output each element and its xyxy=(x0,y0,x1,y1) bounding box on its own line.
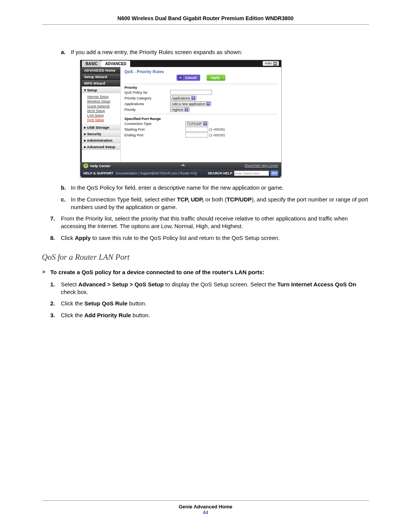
priority-select[interactable]: Highest xyxy=(170,107,190,112)
sidebar-lan-setup[interactable]: LAN Setup xyxy=(87,113,120,118)
proc-2: 2. Click the Setup QoS Rule button. xyxy=(50,300,369,307)
sidebar-wps-wizard[interactable]: WPS Wizard xyxy=(82,80,120,86)
task-text: To create a QoS policy for a device conn… xyxy=(50,269,264,275)
page-footer: Genie Advanced Home 44 xyxy=(42,500,369,515)
screenshot: BASIC ADVANCED Auto ADVANCED Home Setup … xyxy=(80,60,282,178)
show-hide-help[interactable]: Show/Hide Help Center xyxy=(244,164,278,168)
step-8: 8. Click Apply to save this rule to the … xyxy=(50,234,369,242)
connection-type-select[interactable]: TCP/UDP xyxy=(185,121,208,126)
task-arrow-icon: ➤ xyxy=(42,269,50,275)
step-b-text: In the QoS Policy for field, enter a des… xyxy=(71,184,284,192)
support-bar: HELP & SUPPORT Documentation | Support@N… xyxy=(80,169,281,177)
action-row: ✕ Cancel Apply xyxy=(124,75,277,81)
step-a-text: If you add a new entry, the Priority Rul… xyxy=(71,48,242,56)
close-icon: ✕ xyxy=(178,76,183,80)
step-b: b. In the QoS Policy for field, enter a … xyxy=(61,184,369,192)
sidebar-advanced-setup[interactable]: ▸ Advanced Setup xyxy=(82,143,120,150)
help-support-label: HELP & SUPPORT xyxy=(83,171,113,175)
priority-category-select[interactable]: Applications xyxy=(170,96,196,101)
chevron-down-icon xyxy=(273,62,277,66)
starting-port-hint: (1~65535) xyxy=(209,128,225,131)
sidebar-advanced-home[interactable]: ADVANCED Home xyxy=(82,67,120,73)
specified-port-range-heading: Specified Port Range xyxy=(124,114,277,121)
panel-title: QoS - Priority Rules xyxy=(124,69,277,74)
doc-header: N600 Wireless Dual Band Gigabit Router P… xyxy=(42,15,369,21)
step-b-letter: b. xyxy=(61,184,71,192)
sidebar-wireless-setup[interactable]: Wireless Setup xyxy=(87,99,120,104)
step-c-letter: c. xyxy=(61,196,71,211)
priority-heading: Priority xyxy=(124,85,277,89)
support-links[interactable]: Documentation | Support@NETGEAR.com | Ro… xyxy=(116,171,197,175)
sidebar-setup-children: Internet Setup Wireless Setup Guest Netw… xyxy=(82,93,120,124)
step-7-text: From the Priority list, select the prior… xyxy=(61,215,369,230)
footer-page: 44 xyxy=(42,510,369,515)
priority-label: Priority xyxy=(124,107,170,112)
priority-category-value: Applications xyxy=(172,96,190,100)
step-c: c. In the Connection Type field, select … xyxy=(61,196,369,211)
step-8-text: Click Apply to save this rule to the QoS… xyxy=(61,234,280,242)
tab-advanced[interactable]: ADVANCED xyxy=(101,61,130,67)
step-a: a. If you add a new entry, the Priority … xyxy=(61,48,369,56)
help-center-bar: ? Help Center Show/Hide Help Center xyxy=(80,162,281,169)
applications-value: Add a new application xyxy=(172,102,205,106)
auto-label: Auto xyxy=(264,61,272,66)
priority-category-label: Priority Category xyxy=(124,96,170,100)
step-8-num: 8. xyxy=(50,234,61,242)
starting-port-input[interactable] xyxy=(185,127,208,132)
task-line: ➤ To create a QoS policy for a device co… xyxy=(42,269,369,275)
qos-policy-for-label: QoS Policy for xyxy=(124,90,170,94)
applications-select[interactable]: Add a new application xyxy=(170,101,211,106)
connection-type-value: TCP/UDP xyxy=(187,122,202,126)
hr-top xyxy=(42,24,369,25)
sidebar-setup-wizard[interactable]: Setup Wizard xyxy=(82,73,120,80)
proc-1: 1. Select Advanced > Setup > QoS Setup t… xyxy=(50,281,369,296)
ending-port-label: Ending Port xyxy=(124,133,170,137)
go-button[interactable]: GO xyxy=(271,171,278,176)
proc-2-num: 2. xyxy=(50,300,61,307)
proc-3: 3. Click the Add Priority Rule button. xyxy=(50,312,369,319)
content-panel: QoS - Priority Rules ✕ Cancel Apply Prio… xyxy=(121,67,281,162)
ending-port-hint: (1~65535) xyxy=(209,133,225,137)
chevron-down-icon xyxy=(206,102,210,105)
proc-1-text: Select Advanced > Setup > QoS Setup to d… xyxy=(61,281,369,296)
footer-section: Genie Advanced Home xyxy=(42,504,369,510)
applications-label: Applications xyxy=(124,102,170,106)
sidebar-setup[interactable]: ▾ Setup xyxy=(82,86,120,93)
chevron-down-icon xyxy=(191,96,195,100)
apply-button[interactable]: Apply xyxy=(207,75,225,81)
subheading-qos-lan-port: QoS for a Router LAN Port xyxy=(42,252,369,262)
help-icon: ? xyxy=(83,163,88,168)
sidebar: ADVANCED Home Setup Wizard WPS Wizard ▾ … xyxy=(80,67,121,162)
qos-policy-for-input[interactable] xyxy=(170,90,212,95)
sidebar-qos-setup[interactable]: QoS Setup xyxy=(87,118,120,122)
tab-basic[interactable]: BASIC xyxy=(82,61,101,67)
auto-refresh[interactable]: Auto xyxy=(263,61,279,66)
sidebar-administration[interactable]: ▸ Administration xyxy=(82,137,120,143)
cancel-label: Cancel xyxy=(185,76,197,80)
ending-port-input[interactable] xyxy=(185,133,208,137)
chevron-down-icon xyxy=(203,122,207,125)
shot-topbar: BASIC ADVANCED Auto xyxy=(80,60,281,67)
step-c-text: In the Connection Type field, select eit… xyxy=(71,196,369,211)
proc-2-text: Click the Setup QoS Rule button. xyxy=(61,300,147,307)
sidebar-internet-setup[interactable]: Internet Setup xyxy=(87,94,120,99)
proc-1-num: 1. xyxy=(50,281,61,296)
help-center-label: Help Center xyxy=(90,164,110,168)
sidebar-wan-setup[interactable]: WAN Setup xyxy=(87,109,120,113)
chevron-up-icon[interactable] xyxy=(181,164,185,166)
sidebar-security[interactable]: ▸ Security xyxy=(82,130,120,137)
connection-type-label: Connection Type xyxy=(124,121,170,126)
search-help-input[interactable] xyxy=(234,171,269,176)
cancel-button[interactable]: ✕ Cancel xyxy=(177,75,200,81)
sidebar-guest-network[interactable]: Guest Network xyxy=(87,104,120,109)
proc-3-num: 3. xyxy=(50,312,61,319)
chevron-down-icon xyxy=(185,108,188,111)
step-7-num: 7. xyxy=(50,215,61,230)
sidebar-usb-storage[interactable]: ▸ USB Storage xyxy=(82,124,120,130)
step-7: 7. From the Priority list, select the pr… xyxy=(50,215,369,230)
starting-port-label: Starting Port xyxy=(124,127,170,131)
priority-value: Highest xyxy=(172,108,183,112)
proc-3-text: Click the Add Priority Rule button. xyxy=(61,312,150,319)
hr-bottom xyxy=(42,500,369,501)
search-help-label: SEARCH HELP xyxy=(208,171,233,175)
